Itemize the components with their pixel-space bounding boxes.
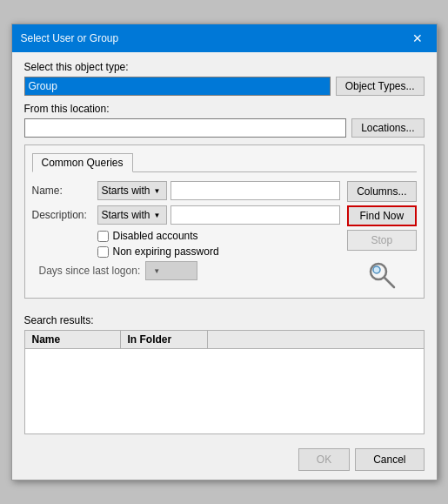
results-header-folder: In Folder — [121, 331, 208, 348]
columns-button[interactable]: Columns... — [347, 181, 416, 202]
description-row: Description: Starts with ▼ — [32, 205, 341, 225]
days-row: Days since last logon: ▼ — [39, 261, 341, 280]
search-results-section: Search results: Name In Folder — [12, 314, 437, 443]
dialog-body: Select this object type: Object Types...… — [12, 52, 437, 314]
description-label: Description: — [32, 209, 97, 221]
name-dropdown[interactable]: Starts with ▼ — [97, 181, 167, 200]
disabled-accounts-checkbox[interactable] — [97, 231, 109, 242]
disabled-accounts-row: Disabled accounts — [97, 230, 341, 242]
results-header-name: Name — [25, 331, 121, 348]
object-type-input[interactable] — [24, 77, 331, 96]
location-label: From this location: — [24, 103, 425, 115]
results-body — [25, 349, 424, 427]
non-expiring-row: Non expiring password — [97, 245, 341, 258]
non-expiring-label: Non expiring password — [113, 245, 219, 258]
name-label: Name: — [32, 185, 97, 197]
days-dropdown-arrow-icon: ▼ — [153, 267, 160, 275]
title-bar: Select User or Group ✕ — [12, 24, 437, 52]
name-row: Name: Starts with ▼ — [32, 181, 341, 200]
close-button[interactable]: ✕ — [407, 30, 428, 47]
name-dropdown-arrow-icon: ▼ — [154, 187, 161, 195]
location-row: Locations... — [24, 118, 425, 138]
days-label: Days since last logon: — [39, 265, 141, 277]
object-type-row: Object Types... — [24, 77, 425, 96]
search-icon — [366, 259, 398, 291]
right-buttons: Columns... Find Now Stop — [347, 181, 416, 291]
common-queries-panel: Common Queries Name: Starts with ▼ — [24, 144, 425, 299]
desc-dropdown-arrow-icon: ▼ — [154, 212, 161, 219]
panel-inner: Name: Starts with ▼ Description: Starts … — [32, 181, 417, 291]
object-type-label: Select this object type: — [24, 61, 425, 73]
results-table: Name In Folder — [24, 330, 425, 434]
tab-common-queries[interactable]: Common Queries — [32, 153, 133, 172]
search-results-label: Search results: — [24, 314, 425, 326]
svg-line-1 — [384, 278, 394, 287]
dialog: Select User or Group ✕ Select this objec… — [11, 24, 438, 480]
dialog-footer: OK Cancel — [12, 443, 437, 480]
locations-button[interactable]: Locations... — [351, 118, 424, 138]
cancel-button[interactable]: Cancel — [355, 448, 424, 471]
svg-point-2 — [373, 266, 380, 273]
stop-button[interactable]: Stop — [347, 230, 416, 251]
search-icon-area — [347, 259, 416, 291]
description-input[interactable] — [171, 205, 341, 225]
tab-bar: Common Queries — [32, 152, 417, 172]
description-dropdown[interactable]: Starts with ▼ — [97, 205, 167, 225]
panel-left: Name: Starts with ▼ Description: Starts … — [32, 181, 341, 291]
find-now-button[interactable]: Find Now — [347, 205, 416, 226]
dialog-title: Select User or Group — [21, 32, 119, 44]
disabled-accounts-label: Disabled accounts — [113, 230, 198, 242]
non-expiring-checkbox[interactable] — [97, 246, 109, 258]
results-header: Name In Folder — [25, 331, 424, 349]
location-input[interactable] — [24, 118, 347, 138]
days-dropdown[interactable]: ▼ — [145, 261, 197, 280]
name-input[interactable] — [171, 181, 341, 200]
ok-button[interactable]: OK — [298, 448, 350, 471]
object-types-button[interactable]: Object Types... — [336, 77, 425, 96]
